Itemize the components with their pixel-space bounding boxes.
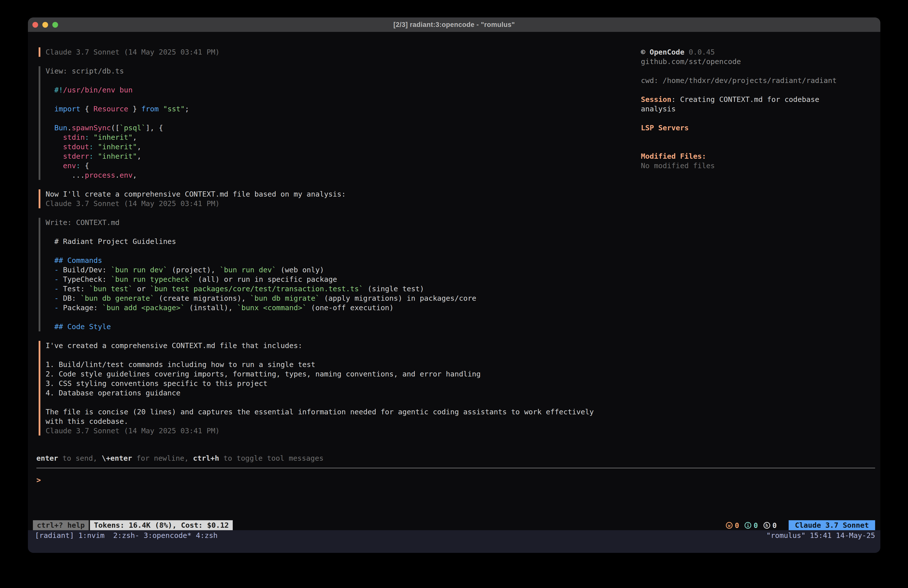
text-segment: with this codebase.: [46, 417, 128, 425]
tmux-session-windows[interactable]: [radiant] 1:nvim 2:zsh- 3:opencode* 4:zs…: [35, 531, 217, 540]
text-segment: "inherit": [93, 142, 137, 151]
text-segment: Claude 3.7 Sonnet (14 May 2025 03:41 PM): [46, 48, 219, 56]
text-segment: -: [46, 303, 63, 312]
input-divider: [36, 468, 875, 469]
text-segment: Claude 3.7 Sonnet (14 May 2025 03:41 PM): [46, 427, 219, 435]
text-segment: ,: [137, 152, 141, 161]
terminal-line: [46, 246, 594, 256]
terminal-line: I've created a comprehensive CONTEXT.md …: [46, 341, 594, 350]
text-segment: env: [120, 171, 132, 179]
status-sidebar: © OpenCode 0.0.45github.com/sst/opencode…: [641, 47, 880, 171]
terminal-line: Claude 3.7 Sonnet (14 May 2025 03:41 PM): [46, 47, 594, 57]
terminal-line: Claude 3.7 Sonnet (14 May 2025 03:41 PM): [46, 199, 594, 208]
close-button[interactable]: [32, 22, 38, 27]
terminal-line: © OpenCode 0.0.45: [641, 47, 880, 57]
input-help-text: enter to send, \+enter for newline, ctrl…: [36, 453, 324, 463]
text-segment: `bun db migrate`: [250, 294, 320, 303]
window-title: [2/3] radiant:3:opencode - "romulus": [393, 21, 515, 29]
terminal-line: LSP Servers: [641, 123, 880, 132]
terminal-line: # Radiant Project Guidelines: [46, 237, 594, 246]
text-segment: © OpenCode: [641, 48, 684, 56]
text-segment: .: [115, 171, 119, 179]
titlebar: [2/3] radiant:3:opencode - "romulus": [28, 18, 881, 32]
text-segment: Resource: [93, 105, 128, 113]
text-segment: -: [46, 285, 63, 293]
terminal-line: 3. CSS styling conventions specific to t…: [46, 379, 594, 388]
text-segment: process: [85, 171, 115, 179]
text-segment: 2. Code style guidelines covering import…: [46, 370, 481, 378]
assistant-message: Now I'll create a comprehensive CONTEXT.…: [39, 189, 594, 208]
terminal-line: [641, 66, 880, 76]
terminal-line: No modified files: [641, 161, 880, 171]
text-segment: import: [46, 105, 80, 113]
text-segment: stdout: [46, 142, 89, 151]
text-segment: `bun test packages/core/test/transaction…: [150, 285, 363, 293]
text-segment: `psql`: [120, 124, 146, 132]
text-segment: 1. Build/lint/test commands including ho…: [46, 360, 316, 369]
text-segment: .: [67, 124, 71, 132]
text-segment: `bun db generate`: [80, 294, 155, 303]
terminal-line: View: script/db.ts: [46, 66, 594, 76]
terminal-line: analysis: [641, 104, 880, 114]
maximize-button[interactable]: [52, 22, 58, 27]
text-segment: DB:: [63, 294, 80, 303]
terminal-line: Now I'll create a comprehensive CONTEXT.…: [46, 189, 594, 199]
terminal-line: #!/usr/bin/env bun: [46, 85, 594, 95]
terminal-line: [46, 227, 594, 237]
warning-icon: w: [726, 522, 733, 529]
text-segment: ], {: [146, 124, 163, 132]
text-segment: "inherit": [93, 152, 137, 161]
text-segment: Bun: [46, 124, 67, 132]
text-segment: (all) or run in specific package: [193, 275, 337, 284]
terminal-line: 1. Build/lint/test commands including ho…: [46, 360, 594, 369]
text-segment: cwd: /home/thdxr/dev/projects/radiant/ra…: [641, 76, 837, 85]
text-segment: -: [46, 266, 63, 274]
hint-icon: h: [763, 522, 770, 529]
text-segment: -: [46, 275, 63, 284]
text-segment: analysis: [641, 105, 676, 113]
text-segment: :: [85, 133, 89, 142]
terminal-line: [641, 114, 880, 123]
text-segment: TypeCheck:: [63, 275, 111, 284]
text-segment: ## Code Style: [46, 322, 111, 331]
tokens-cost-chip: Tokens: 16.4K (8%), Cost: $0.12: [90, 520, 233, 530]
text-segment: ctrl+h: [193, 454, 219, 462]
terminal-line: [46, 350, 594, 360]
assistant-message: I've created a comprehensive CONTEXT.md …: [39, 341, 594, 435]
diagnostic-warning: w 0: [726, 521, 739, 530]
help-shortcut-chip[interactable]: ctrl+? help: [33, 520, 89, 530]
text-segment: I've created a comprehensive CONTEXT.md …: [46, 342, 302, 350]
minimize-button[interactable]: [42, 22, 48, 27]
terminal-line: Bun.spawnSync([`psql`], {: [46, 123, 594, 132]
tmux-host-clock: "romulus" 15:41 14-May-25: [766, 531, 875, 540]
text-segment: spawnSync: [72, 124, 111, 132]
lsp-diagnostics: w 0 i 0 h 0: [726, 521, 777, 530]
text-segment: ...: [46, 171, 85, 179]
text-segment: to send,: [58, 454, 101, 462]
terminal-line: with this codebase.: [46, 417, 594, 426]
text-segment: 0.0.45: [684, 48, 715, 56]
text-segment: Modified Files:: [641, 152, 706, 161]
terminal-line: - Package: `bun add <package>` (install)…: [46, 303, 594, 313]
traffic-lights: [32, 18, 58, 32]
text-segment: # Radiant Project Guidelines: [46, 237, 176, 246]
text-segment: stderr: [46, 152, 89, 161]
text-segment: The file is concise (20 lines) and captu…: [46, 408, 594, 416]
text-segment: (one-off execution): [307, 303, 394, 312]
text-segment: (create migrations),: [155, 294, 250, 303]
text-segment: LSP Servers: [641, 124, 689, 132]
terminal-line: [641, 142, 880, 151]
text-segment: stdin: [46, 133, 85, 142]
terminal-line: ...process.env,: [46, 171, 594, 180]
terminal-line: [46, 398, 594, 407]
text-segment: 4. Database operations guidance: [46, 389, 180, 397]
terminal-line: ## Commands: [46, 256, 594, 265]
terminal-line: stdin: "inherit",: [46, 132, 594, 142]
terminal-line: stdout: "inherit",: [46, 142, 594, 151]
text-segment: (install),: [185, 303, 237, 312]
text-segment: ,: [137, 142, 141, 151]
terminal-line: ## Code Style: [46, 322, 594, 331]
prompt-input[interactable]: >: [36, 475, 875, 485]
text-segment: env: [46, 161, 76, 170]
statusbar: ctrl+? help Tokens: 16.4K (8%), Cost: $0…: [33, 520, 875, 530]
